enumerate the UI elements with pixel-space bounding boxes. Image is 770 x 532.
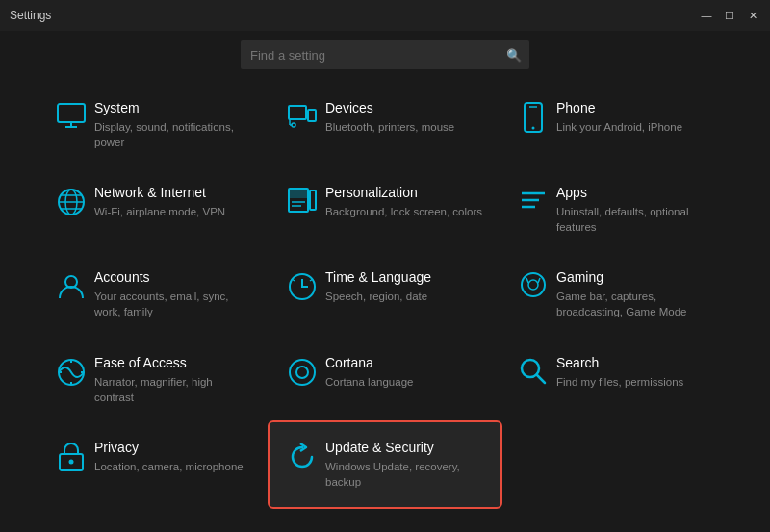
apps-text: Apps Uninstall, defaults, optional featu… <box>556 185 716 235</box>
accounts-title: Accounts <box>94 269 254 285</box>
privacy-desc: Location, camera, microphone <box>94 459 254 474</box>
settings-item-search[interactable]: Search Find my files, permissions <box>500 338 732 422</box>
personalization-desc: Background, lock screen, colors <box>325 204 485 219</box>
search-input[interactable] <box>241 40 529 69</box>
devices-icon <box>279 100 325 129</box>
system-icon <box>48 100 94 129</box>
time-desc: Speech, region, date <box>325 289 485 304</box>
update-icon <box>279 440 325 472</box>
cortana-icon <box>279 355 325 388</box>
search-desc: Find my files, permissions <box>556 374 716 390</box>
search-text: Search Find my files, permissions <box>556 355 716 390</box>
settings-item-phone[interactable]: Phone Link your Android, iPhone <box>500 83 732 167</box>
svg-rect-3 <box>289 106 306 119</box>
settings-item-cortana[interactable]: Cortana Cortana language <box>270 338 500 422</box>
system-title: System <box>94 100 254 115</box>
settings-item-devices[interactable]: Devices Bluetooth, printers, mouse <box>270 83 500 167</box>
time-text: Time & Language Speech, region, date <box>325 269 485 304</box>
system-desc: Display, sound, notifications, power <box>94 119 254 150</box>
accounts-icon <box>48 269 94 302</box>
svg-rect-18 <box>310 190 316 210</box>
settings-item-system[interactable]: System Display, sound, notifications, po… <box>38 83 270 167</box>
search-icon: 🔍 <box>506 48 522 63</box>
svg-point-28 <box>522 273 545 296</box>
ease-icon <box>48 355 94 388</box>
cortana-text: Cortana Cortana language <box>325 355 485 390</box>
accounts-text: Accounts Your accounts, email, sync, wor… <box>94 269 254 319</box>
settings-item-ease[interactable]: Ease of Access Narrator, magnifier, high… <box>38 338 270 422</box>
apps-title: Apps <box>556 185 716 200</box>
update-desc: Windows Update, recovery, backup <box>325 459 485 490</box>
settings-item-gaming[interactable]: Gaming Game bar, captures, broadcasting,… <box>500 252 732 337</box>
svg-rect-0 <box>58 104 85 122</box>
svg-point-40 <box>69 459 74 464</box>
gaming-desc: Game bar, captures, broadcasting, Game M… <box>556 289 716 319</box>
system-text: System Display, sound, notifications, po… <box>94 100 254 150</box>
settings-item-accounts[interactable]: Accounts Your accounts, email, sync, wor… <box>38 252 270 337</box>
devices-desc: Bluetooth, printers, mouse <box>325 119 485 135</box>
svg-rect-17 <box>289 189 308 198</box>
phone-icon <box>510 100 556 133</box>
close-button[interactable]: ✕ <box>745 8 760 23</box>
svg-point-9 <box>532 127 535 130</box>
update-text: Update & Security Windows Update, recove… <box>325 440 485 490</box>
ease-text: Ease of Access Narrator, magnifier, high… <box>94 355 254 405</box>
accounts-desc: Your accounts, email, sync, work, family <box>94 289 254 319</box>
gaming-text: Gaming Game bar, captures, broadcasting,… <box>556 269 716 319</box>
settings-item-update[interactable]: Update & Security Windows Update, recove… <box>270 422 500 507</box>
settings-item-privacy[interactable]: Privacy Location, camera, microphone <box>38 422 270 507</box>
apps-icon <box>510 185 556 214</box>
settings-grid: System Display, sound, notifications, po… <box>0 83 770 507</box>
privacy-icon <box>48 440 94 472</box>
search-bar-wrap: 🔍 <box>241 40 529 69</box>
phone-desc: Link your Android, iPhone <box>556 119 716 135</box>
svg-line-38 <box>537 374 546 383</box>
svg-point-36 <box>296 367 308 378</box>
search-title: Search <box>556 355 716 370</box>
time-icon <box>279 269 325 302</box>
gaming-icon <box>510 269 556 298</box>
apps-desc: Uninstall, defaults, optional features <box>556 204 716 235</box>
svg-rect-4 <box>308 110 316 121</box>
network-desc: Wi-Fi, airplane mode, VPN <box>94 204 254 219</box>
settings-item-apps[interactable]: Apps Uninstall, defaults, optional featu… <box>500 167 732 252</box>
settings-item-network[interactable]: Network & Internet Wi-Fi, airplane mode,… <box>38 167 270 252</box>
title-bar-title: Settings <box>10 9 51 22</box>
settings-item-personalization[interactable]: Personalization Background, lock screen,… <box>270 167 500 252</box>
cortana-title: Cortana <box>325 355 485 370</box>
network-title: Network & Internet <box>94 185 254 200</box>
search-bar-container: 🔍 <box>0 31 770 83</box>
time-title: Time & Language <box>325 269 485 285</box>
title-bar: Settings — ☐ ✕ <box>0 0 770 31</box>
ease-desc: Narrator, magnifier, high contrast <box>94 374 254 405</box>
svg-point-35 <box>290 360 315 385</box>
devices-text: Devices Bluetooth, printers, mouse <box>325 100 485 135</box>
title-bar-controls: — ☐ ✕ <box>699 8 760 23</box>
network-icon <box>48 185 94 217</box>
maximize-button[interactable]: ☐ <box>722 8 737 23</box>
devices-title: Devices <box>325 100 485 115</box>
ease-title: Ease of Access <box>94 355 254 370</box>
privacy-title: Privacy <box>94 440 254 455</box>
personalization-title: Personalization <box>325 185 485 200</box>
minimize-button[interactable]: — <box>699 8 714 23</box>
phone-text: Phone Link your Android, iPhone <box>556 100 716 135</box>
update-title: Update & Security <box>325 440 485 455</box>
cortana-desc: Cortana language <box>325 374 485 390</box>
phone-title: Phone <box>556 100 716 115</box>
personalization-text: Personalization Background, lock screen,… <box>325 185 485 219</box>
svg-point-5 <box>292 123 295 127</box>
network-text: Network & Internet Wi-Fi, airplane mode,… <box>94 185 254 219</box>
search-icon <box>510 355 556 386</box>
gaming-title: Gaming <box>556 269 716 285</box>
title-bar-left: Settings <box>10 9 51 22</box>
settings-item-time[interactable]: Time & Language Speech, region, date <box>270 252 500 337</box>
personalization-icon <box>279 185 325 214</box>
svg-point-29 <box>528 280 538 290</box>
privacy-text: Privacy Location, camera, microphone <box>94 440 254 474</box>
